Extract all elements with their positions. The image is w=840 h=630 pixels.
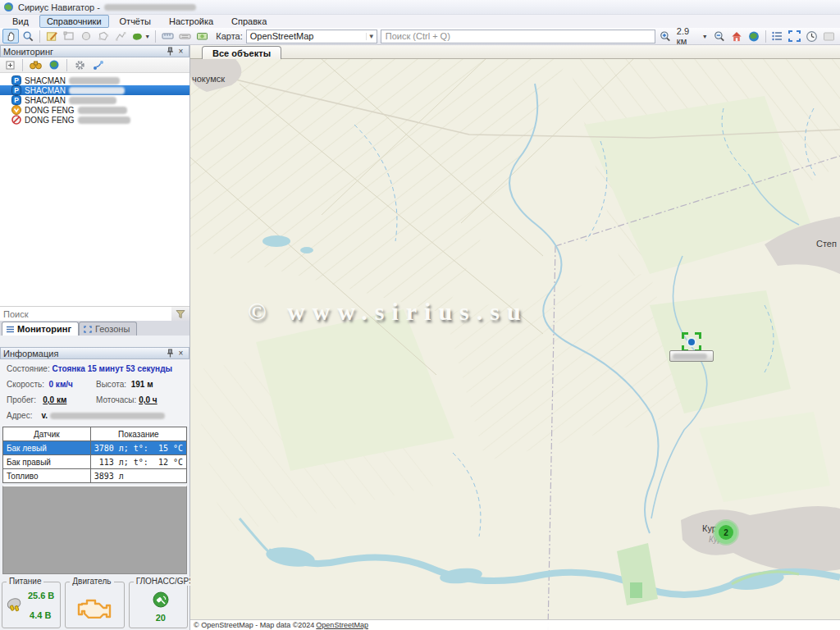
vehicle-cluster-marker[interactable]: 2 [714, 521, 737, 544]
pin-panel-button[interactable] [165, 47, 176, 57]
monitoring-panel-header: Мониторинг × [0, 45, 189, 57]
ruler-button[interactable] [159, 29, 176, 43]
global-search-input[interactable] [381, 30, 655, 43]
find-vehicle-button[interactable] [28, 58, 43, 71]
globe-icon [747, 30, 760, 43]
edit-map-button[interactable] [43, 29, 60, 43]
geozones-tab-icon [84, 326, 92, 333]
menu-spravochniki[interactable]: Справочники [39, 15, 109, 28]
home-view-button[interactable] [728, 29, 745, 43]
hours-value[interactable]: 0,0 ч [139, 395, 158, 404]
power-plug-icon [5, 596, 25, 614]
address-label: Адрес: [7, 411, 32, 420]
sensor-col-header[interactable]: Датчик [3, 427, 91, 441]
list-icon [771, 30, 783, 42]
fit-objects-button[interactable] [787, 29, 803, 43]
payments-button[interactable] [194, 29, 210, 43]
power-voltage-1: 25.6 В [28, 591, 54, 600]
attribution-link[interactable]: OpenStreetMap [316, 621, 368, 629]
map-globe-button[interactable] [746, 29, 762, 43]
settings-button[interactable] [72, 58, 88, 71]
draw-circle-button[interactable] [78, 29, 94, 43]
zoom-out-button[interactable] [711, 29, 728, 43]
expand-all-button[interactable] [2, 58, 17, 71]
scale-dropdown[interactable]: 2.9 км ▼ [674, 29, 710, 43]
show-on-map-button[interactable] [46, 58, 62, 71]
mileage-label: Пробег: [7, 395, 36, 404]
vehicle-row[interactable]: DONG FENG [0, 115, 189, 125]
altitude-label: Высота: [96, 380, 126, 389]
menu-otchety[interactable]: Отчёты [112, 15, 158, 28]
pan-hand-button[interactable] [2, 29, 19, 43]
vehicle-row[interactable]: P SHACMAN [0, 75, 189, 85]
info-panel-title: Информация [3, 349, 58, 358]
track-route-button[interactable] [90, 58, 106, 71]
sensor-name: Бак правый [3, 455, 91, 469]
map-attribution: © OpenStreetMap - Map data ©2024 OpenStr… [190, 619, 840, 630]
tab-all-objects[interactable]: Все объекты [202, 46, 281, 59]
zoom-in-button[interactable] [657, 29, 673, 43]
vehicle-row-selected[interactable]: P SHACMAN [0, 85, 189, 95]
map-provider-label: Карта: [216, 31, 243, 41]
sensor-row[interactable]: Топливо 3893 л [3, 469, 187, 483]
gear-icon [75, 60, 85, 71]
vehicle-row[interactable]: DONG FENG [0, 105, 189, 115]
toolbar-separator [66, 59, 67, 71]
satellite-icon [153, 591, 169, 608]
map-canvas[interactable] [190, 59, 840, 630]
tab-monitoring[interactable]: Мониторинг [2, 322, 79, 336]
zoom-in-icon [659, 30, 672, 43]
green-area-icon [131, 31, 144, 42]
engine-gauge-label: Двигатель [70, 577, 113, 586]
money-icon [196, 30, 208, 42]
draw-polygon-button[interactable] [95, 29, 112, 43]
vehicle-map-label[interactable] [669, 350, 714, 362]
toolbar-separator [22, 59, 23, 71]
close-panel-button[interactable]: × [176, 47, 186, 57]
disabled-panel-button [821, 29, 838, 43]
value-col-header[interactable]: Показание [90, 427, 186, 441]
sensor-row[interactable]: Бак правый 113 л; t°: 12 °C [3, 455, 187, 469]
objects-list-button[interactable] [769, 29, 786, 43]
power-voltage-2: 4.4 В [30, 610, 51, 620]
menu-spravka[interactable]: Справка [224, 15, 274, 28]
sensor-value: 3893 л [90, 469, 186, 483]
map-pane: Все объекты [190, 45, 840, 630]
vehicle-tree: P SHACMAN P SHACMAN P SHACMAN DONG FENG … [0, 73, 189, 306]
gauges-panel: Питание 25.6 В 4.4 В Двигатель ГЛОНАСС/G… [0, 574, 189, 628]
map-provider-select[interactable]: OpenStreetMap ▼ [246, 30, 377, 43]
engine-icon [77, 594, 112, 619]
clock-icon [806, 30, 818, 43]
close-panel-button[interactable]: × [176, 349, 186, 358]
tab-geozones[interactable]: Геозоны [79, 322, 137, 336]
monitoring-toolbar [0, 57, 189, 73]
vehicle-search-input[interactable] [0, 308, 171, 321]
toolbar-separator [155, 30, 156, 43]
history-button[interactable] [804, 29, 820, 43]
attribution-text: © OpenStreetMap - Map data ©2024 [194, 621, 314, 629]
mileage-value[interactable]: 0,0 км [43, 395, 66, 404]
vehicle-position-dot[interactable] [687, 337, 696, 347]
menu-nastroyka[interactable]: Настройка [162, 15, 221, 28]
pin-panel-button[interactable] [165, 349, 176, 358]
draw-rect-button[interactable] [61, 29, 77, 43]
keyboard-icon [179, 30, 191, 42]
sensor-value: 3780 л; t°: 15 °C [90, 441, 186, 455]
zoom-tool-button[interactable] [20, 29, 36, 43]
sensor-row-selected[interactable]: Бак левый 3780 л; t°: 15 °C [3, 441, 187, 455]
rectangle-icon [63, 30, 75, 42]
menu-vid[interactable]: Вид [5, 15, 36, 28]
keyboard-button[interactable] [176, 29, 193, 43]
place-label: чокумск [192, 74, 225, 84]
combo-arrow-icon: ▼ [366, 33, 377, 40]
geozone-area-dropdown[interactable]: ▼ [130, 29, 152, 43]
svg-text:P: P [14, 76, 19, 84]
moving-status-icon [11, 105, 21, 115]
power-gauge: Питание 25.6 В 4.4 В [2, 582, 61, 628]
tab-all-objects-label: Все объекты [212, 48, 271, 58]
filter-button[interactable] [171, 307, 189, 322]
vehicle-plate-redacted [78, 107, 127, 114]
draw-polyline-button[interactable] [112, 29, 129, 43]
panel-icon [823, 31, 835, 42]
vehicle-row[interactable]: P SHACMAN [0, 95, 189, 105]
